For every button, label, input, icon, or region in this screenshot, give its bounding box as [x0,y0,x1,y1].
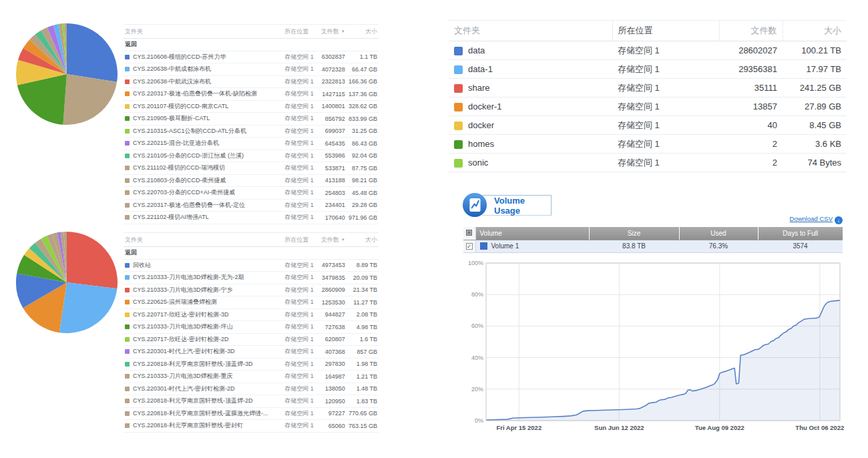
folder-row[interactable]: CYS.211102-模切的CCD-瑞鸿模切存储空间 153387187.75 … [124,162,379,175]
folder-name[interactable]: homes [468,139,494,149]
folder-row[interactable]: CYS.221102-模切AI增强ATL存储空间 1170640971.96 G… [124,212,379,224]
folder-color-chip [125,203,130,208]
folder-row[interactable]: CYS.220301-时代上汽-密封钉检测-3D存储空间 1407368857 … [124,346,379,359]
folder-name[interactable]: CYS.220818-利元亨南京国轩整线-密封钉 [133,422,243,429]
folder-row[interactable]: CYS.220317-极速-伯恩叠切叠一体机-缺陷检测存储空间 11427115… [124,88,379,101]
x-axis-date-label: Sun Jun 12 2022 [594,424,644,431]
folder-name[interactable]: CYS.220215-混合-比亚迪分条机 [133,140,219,146]
back-link-row[interactable]: 返回 [124,247,379,260]
folder-location: 存储空间 1 [283,51,318,63]
folder-row[interactable]: data-1存储空间 12935638117.97 TB [449,60,847,79]
folder-size: 763.15 GB [347,420,379,433]
folder-row[interactable]: docker存储空间 1408.45 GB [449,116,847,135]
folder-row[interactable]: CYS.210333-刀片电池3D焊检测-坪山存储空间 17276384.98 … [124,321,379,334]
folder-row[interactable]: CYS.210333-刀片电池3D焊检测-无为-2期存储空间 134798352… [124,272,379,284]
folder-row[interactable]: CYS.220317-极速-伯恩叠切叠一体机-定位存储空间 123440129.… [124,199,379,212]
folder-name[interactable]: CYS.220717-欣旺达-密封钉检测-3D [133,311,229,318]
folder-location: 存储空间 1 [283,407,318,420]
folder-row[interactable]: CYS.210905-极耳翻折-CATL存储空间 1856792833.99 G… [124,113,379,126]
folder-row[interactable]: CYS.210105-分条的CCD-浙江恒威 (兰溪)存储空间 15539869… [124,150,379,162]
folder-name[interactable]: CYS.220317-极速-伯恩叠切叠一体机-缺陷检测 [133,90,257,97]
folder-name[interactable]: CYS.220818-利元亨南京国轩整线-蓝膜激光焊缝-... [133,410,268,417]
folder-file-count: 6302837 [318,51,347,63]
folder-name[interactable]: CYS.220818-利元亨南京国轩整线-顶盖焊-3D [133,361,253,367]
column-header-count[interactable]: 文件数▼ [318,25,347,39]
column-header-size[interactable]: 大小 [783,21,847,41]
folder-row[interactable]: CYS.220638-中航成都涂布机存储空间 1407232866.47 GB [124,63,379,76]
column-header-location[interactable]: 所在位置 [283,25,318,39]
folder-name[interactable]: sonic [468,158,488,168]
folder-name-cell: CYS.220638-中航武汉涂布机 [124,75,283,88]
column-header-location[interactable]: 所在位置 [283,233,318,247]
download-csv-link[interactable]: Download CSV [790,215,833,222]
folder-name[interactable]: CYS.210315-ASC1公制的CCD-ATL分条机 [133,128,246,134]
folder-row[interactable]: CYS.220625-温州瑞浦叠焊检测存储空间 1125353011.27 TB [124,296,379,309]
folder-file-count: 699037 [318,125,347,138]
column-header-location[interactable]: 所在位置 [612,21,719,41]
column-header-size[interactable]: 大小 [347,233,379,247]
folder-name[interactable]: 回收站 [133,262,151,268]
folder-name[interactable]: data [468,45,485,55]
back-link[interactable]: 返回 [124,247,379,260]
folder-name[interactable]: CYS.210905-极耳翻折-CATL [133,115,210,122]
folder-name[interactable]: CYS.220625-温州瑞浦叠焊检测 [133,298,217,305]
folder-row[interactable]: CYS.220818-利元亨南京国轩整线-顶盖焊-3D存储空间 12978301… [124,358,379,371]
folder-row[interactable]: share存储空间 135111241.25 GB [449,79,847,97]
folder-name[interactable]: data-1 [468,64,493,74]
column-header-folder[interactable]: 文件夹 [449,21,612,41]
checkbox-checked-icon[interactable]: ✓ [466,243,473,250]
folder-name[interactable]: CYS.220717-欣旺达-密封钉检测-2D [133,336,229,342]
folder-name[interactable]: CYS.211102-模切的CCD-瑞鸿模切 [133,164,225,171]
folder-name[interactable]: docker-1 [468,101,502,111]
folder-name[interactable]: CYS.210608-模组的CCD-苏州力华 [133,53,226,60]
folder-row[interactable]: CYS.220638-中航武汉涂布机存储空间 12322813166.36 GB [124,75,379,88]
folder-name[interactable]: CYS.201107-模切的CCD-南京CATL [133,103,228,109]
folder-row[interactable]: CYS.210608-模组的CCD-苏州力华存储空间 163028371.1 T… [124,51,379,63]
folder-row[interactable]: CYS.210803-分条的CCD-衢州捷威存储空间 141318898.21 … [124,174,379,187]
folder-name[interactable]: CYS.210333-刀片电池3D焊检测-坪山 [133,323,233,330]
back-link-row[interactable]: 返回 [124,39,379,51]
folder-name[interactable]: CYS.220638-中航成都涂布机 [133,65,211,72]
folder-name[interactable]: CYS.210333-刀片电池3D焊检测-重庆 [133,373,233,379]
folder-row[interactable]: 回收站存储空间 149734538.89 TB [124,259,379,272]
folder-name[interactable]: CYS.220317-极速-伯恩叠切叠一体机-定位 [133,202,245,208]
folder-row[interactable]: CYS.220818-利元亨南京国轩整线-顶盖焊-2D存储空间 11209501… [124,395,379,408]
folder-row[interactable]: CYS.220717-欣旺达-密封钉检测-2D存储空间 16208071.6 T… [124,333,379,346]
folder-name[interactable]: CYS.221102-模切AI增强ATL [133,214,209,220]
folder-name[interactable]: CYS.210333-刀片电池3D焊检测-宁乡 [133,286,233,293]
folder-name[interactable]: CYS.220638-中航武汉涂布机 [133,78,211,85]
folder-name[interactable]: share [468,83,490,93]
folder-row[interactable]: CYS.220703-分条的CCD+AI-衢州捷威存储空间 125480345.… [124,187,379,200]
folder-row[interactable]: CYS.201107-模切的CCD-南京CATL存储空间 11400801328… [124,100,379,113]
folder-row[interactable]: CYS.220215-混合-比亚迪分条机存储空间 164543586.43 GB [124,138,379,150]
folder-row[interactable]: CYS.220818-利元亨南京国轩整线-蓝膜激光焊缝-...存储空间 1972… [124,407,379,420]
folder-name[interactable]: CYS.210803-分条的CCD-衢州捷威 [133,177,226,184]
folder-name[interactable]: CYS.220703-分条的CCD+AI-衢州捷威 [133,189,235,196]
folder-row[interactable]: CYS.220818-利元亨南京国轩整线-密封钉存储空间 165060763.1… [124,420,379,433]
column-header-count[interactable]: 文件数 [719,21,783,41]
volume-row[interactable]: ✓ Volume 1 83.8 TB 76.3% 3574 [463,240,843,252]
folder-row[interactable]: sonic存储空间 1274 Bytes [449,154,847,172]
back-link[interactable]: 返回 [124,39,379,51]
folder-row[interactable]: CYS.210333-刀片电池3D焊检测-重庆存储空间 11649871.21 … [124,371,379,383]
folder-row[interactable]: CYS.220717-欣旺达-密封钉检测-3D存储空间 19448272.08 … [124,308,379,321]
folder-row[interactable]: CYS.210315-ASC1公制的CCD-ATL分条机存储空间 1699037… [124,125,379,138]
folder-name[interactable]: CYS.220301-时代上汽-密封钉检测-2D [133,385,235,392]
folder-row[interactable]: docker-1存储空间 11385727.89 GB [449,97,847,116]
column-header-folder[interactable]: 文件夹 [124,233,283,247]
folder-name-cell: CYS.221102-模切AI增强ATL [124,212,283,224]
folder-row[interactable]: data存储空间 128602027100.21 TB [449,41,847,60]
column-header-size[interactable]: 大小 [347,25,379,39]
folder-name[interactable]: CYS.220301-时代上汽-密封钉检测-3D [133,348,235,355]
folder-name[interactable]: CYS.210333-刀片电池3D焊检测-无为-2期 [133,274,244,280]
volume-days-cell: 3574 [758,240,843,252]
folder-row[interactable]: CYS.210333-刀片电池3D焊检测-宁乡存储空间 1286090921.3… [124,284,379,296]
column-header-folder[interactable]: 文件夹 [124,25,283,39]
folder-name[interactable]: CYS.210105-分条的CCD-浙江恒威 (兰溪) [133,152,244,159]
column-header-count[interactable]: 文件数▼ [318,233,347,247]
folder-name[interactable]: CYS.220818-利元亨南京国轩整线-顶盖焊-2D [133,397,253,404]
download-arrow-icon[interactable]: ↓ [835,216,843,224]
folder-row[interactable]: homes存储空间 123.6 KB [449,135,847,154]
folder-name[interactable]: docker [468,120,494,130]
folder-row[interactable]: CYS.220301-时代上汽-密封钉检测-2D存储空间 11380501.48… [124,383,379,395]
